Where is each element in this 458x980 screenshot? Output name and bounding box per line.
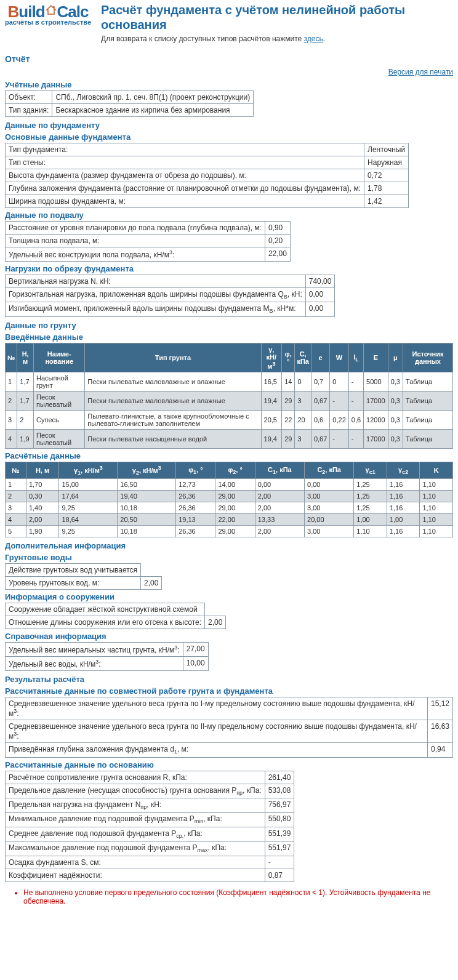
struct-table: Сооружение обладает жёсткой конструктивн… <box>5 603 226 629</box>
gw-table: Действие грунтовых вод учитывается Урове… <box>5 563 162 590</box>
basement-heading: Данные по подвалу <box>5 211 453 220</box>
base-heading: Рассчитанные данные по основанию <box>5 760 453 769</box>
joint-heading: Рассчитанные данные по совместной работе… <box>5 686 453 696</box>
subtitle: Для возврата к списку доступных типов ра… <box>101 34 453 43</box>
print-link[interactable]: Версия для печати <box>388 68 453 76</box>
back-link[interactable]: здесь <box>304 34 323 43</box>
foundation-main-heading: Основные данные фундамента <box>5 132 453 142</box>
foundation-heading: Данные по фундаменту <box>5 121 453 130</box>
calc-table: №H, м γ1, кН/м3γ2, кН/м3 φ1, °φ2, ° C1, … <box>5 462 453 537</box>
header: BuildCalc расчёты в строительстве Расчёт… <box>0 0 458 46</box>
loads-heading: Нагрузки по обрезу фундамента <box>5 264 453 273</box>
base-table: Расчётное сопротивление грунта основания… <box>5 771 294 882</box>
warning-item: Не выполнено условие первого предельного… <box>23 888 453 906</box>
loads-table: Вертикальная нагрузка N, кН:740,00 Гориз… <box>5 275 335 317</box>
soil-table: №H, мНаиме-нованиеТип грунта γ,кН/м3φ,°C… <box>5 343 453 449</box>
extra-heading: Дополнительная информация <box>5 541 453 550</box>
foundation-main-table: Тип фундамента:Ленточный Тип стены:Наруж… <box>5 143 409 208</box>
ref-table: Удельный вес минеральных частиц грунта, … <box>5 642 209 671</box>
soil-input-heading: Введённые данные <box>5 332 453 342</box>
basement-table: Расстояние от уровня планировки до пола … <box>5 221 291 262</box>
warning-list: Не выполнено условие первого предельного… <box>23 888 453 906</box>
logo: BuildCalc расчёты в строительстве <box>5 2 91 26</box>
page-title: Расчёт фундамента с учётом нелинейной ра… <box>101 2 453 32</box>
logo-subtitle: расчёты в строительстве <box>5 18 91 26</box>
struct-heading: Информация о сооружении <box>5 592 453 601</box>
joint-table: Средневзвешенное значение удельного веса… <box>5 697 453 757</box>
gw-heading: Грунтовые воды <box>5 553 453 562</box>
ref-heading: Справочная информация <box>5 632 453 641</box>
report-heading: Отчёт <box>5 54 453 64</box>
account-heading: Учётные данные <box>5 80 453 89</box>
soil-heading: Данные по грунту <box>5 321 453 330</box>
account-table: Объект:СПб., Лиговский пр. 1, сеч. 8П(1)… <box>5 90 254 117</box>
results-heading: Результаты расчёта <box>5 675 453 684</box>
house-icon <box>45 2 57 18</box>
calc-heading: Расчётные данные <box>5 451 453 460</box>
